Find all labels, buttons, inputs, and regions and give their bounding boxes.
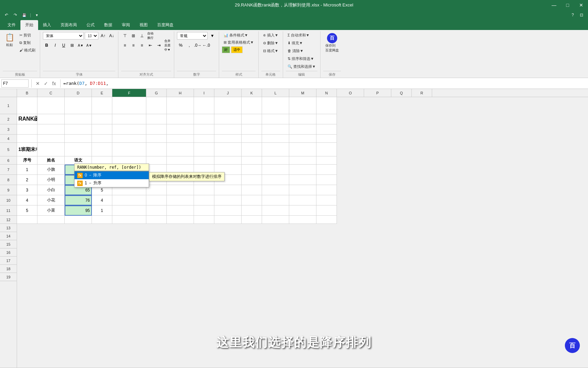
cell-M10[interactable]: [289, 195, 316, 205]
cell-M8[interactable]: [289, 175, 316, 185]
cell-J3[interactable]: [214, 124, 242, 135]
cell-D4[interactable]: [65, 135, 92, 143]
col-header-D[interactable]: D: [65, 89, 92, 97]
cell-K10[interactable]: [242, 195, 262, 205]
grid-area[interactable]: RANK函数，从理解到使用: [17, 97, 588, 368]
cell-B9[interactable]: 3: [17, 185, 37, 195]
cell-C4[interactable]: [37, 135, 65, 143]
cell-K4[interactable]: [242, 135, 262, 143]
cell-J10[interactable]: [214, 195, 242, 205]
row-header-14[interactable]: 14: [0, 232, 17, 240]
comma-button[interactable]: ,: [185, 42, 193, 49]
cut-button[interactable]: ✂ 剪切: [18, 32, 37, 39]
tab-view[interactable]: 视图: [135, 20, 152, 30]
col-header-F[interactable]: F: [112, 89, 146, 97]
undo-button[interactable]: ↶: [3, 11, 10, 19]
copy-button[interactable]: ⧉ 复制: [18, 40, 37, 46]
cell-I2[interactable]: [194, 114, 214, 124]
cell-L9[interactable]: [262, 185, 289, 195]
align-bottom-button[interactable]: ⊥: [138, 32, 146, 40]
cell-F3[interactable]: [112, 124, 146, 135]
col-header-J[interactable]: J: [214, 89, 242, 97]
row-header-16[interactable]: 16: [0, 248, 17, 257]
align-left-button[interactable]: ≡: [121, 42, 129, 49]
cell-B10[interactable]: 4: [17, 195, 37, 205]
cell-L11[interactable]: [262, 205, 289, 216]
style-good[interactable]: 好: [222, 46, 230, 53]
tab-insert[interactable]: 插入: [38, 20, 56, 30]
cell-L6[interactable]: [262, 156, 289, 165]
align-top-button[interactable]: ⊤: [121, 32, 129, 40]
cell-M6[interactable]: [289, 156, 316, 165]
cell-J9[interactable]: [214, 185, 242, 195]
cell-E11[interactable]: 1: [92, 205, 112, 216]
cell-H10[interactable]: [167, 195, 194, 205]
cell-E12[interactable]: [92, 216, 112, 224]
delete-cells-button[interactable]: ⊖ 删除▼: [261, 40, 280, 46]
save-button[interactable]: 💾: [20, 11, 28, 19]
cell-K2[interactable]: [242, 114, 262, 124]
cell-I12[interactable]: [194, 216, 214, 224]
col-header-Q[interactable]: Q: [391, 89, 412, 97]
cell-N1[interactable]: [316, 97, 337, 114]
cell-H9[interactable]: [167, 185, 194, 195]
cell-G3[interactable]: [146, 124, 167, 135]
confirm-formula-button[interactable]: ✓: [43, 81, 49, 86]
tab-formula[interactable]: 公式: [82, 20, 99, 30]
row-header-19[interactable]: 19: [0, 273, 17, 281]
maximize-button[interactable]: □: [561, 0, 574, 10]
autocomplete-item-0[interactable]: fx 0 － 降序: [75, 171, 149, 179]
cell-J12[interactable]: [214, 216, 242, 224]
cell-E4[interactable]: [92, 135, 112, 143]
name-box[interactable]: [1, 79, 29, 88]
cell-L2[interactable]: [262, 114, 289, 124]
cell-N6[interactable]: [316, 156, 337, 165]
cell-C1[interactable]: [37, 97, 65, 114]
cell-B2[interactable]: RANK函数，从理解到使用: [17, 114, 37, 124]
cell-L4[interactable]: [262, 135, 289, 143]
cell-F4[interactable]: [112, 135, 146, 143]
cell-E3[interactable]: [92, 124, 112, 135]
cell-H5[interactable]: [167, 143, 194, 156]
decrease-decimal-button[interactable]: ←.0: [202, 42, 210, 49]
col-header-H[interactable]: H: [167, 89, 194, 97]
find-select-button[interactable]: 🔍 查找和选择▼: [286, 63, 317, 70]
col-header-R[interactable]: R: [412, 89, 432, 97]
cell-C6[interactable]: 姓名: [37, 156, 65, 165]
tab-baidu[interactable]: 百度网盘: [152, 20, 178, 30]
cell-N2[interactable]: [316, 114, 337, 124]
cell-B3[interactable]: [17, 124, 37, 135]
cell-B7[interactable]: 1: [17, 165, 37, 175]
cell-H6[interactable]: [167, 156, 194, 165]
cell-K3[interactable]: [242, 124, 262, 135]
format-painter-button[interactable]: 🖌 格式刷: [18, 47, 37, 53]
cell-F2[interactable]: [112, 114, 146, 124]
row-header-3[interactable]: 3: [0, 124, 17, 135]
cell-I9[interactable]: [194, 185, 214, 195]
cell-C12[interactable]: [37, 216, 65, 224]
row-header-9[interactable]: 9: [0, 185, 17, 195]
cell-F11[interactable]: [112, 205, 146, 216]
cell-G2[interactable]: [146, 114, 167, 124]
cell-C10[interactable]: 小花: [37, 195, 65, 205]
bold-button[interactable]: B: [43, 42, 50, 49]
cell-C7[interactable]: 小旗: [37, 165, 65, 175]
cell-G1[interactable]: [146, 97, 167, 114]
cell-G12[interactable]: [146, 216, 167, 224]
cell-C2[interactable]: [37, 114, 65, 124]
increase-font-button[interactable]: A↑: [99, 32, 107, 40]
row-header-13[interactable]: 13: [0, 224, 17, 232]
qa-extra-button[interactable]: ▼: [33, 11, 40, 19]
cell-H2[interactable]: [167, 114, 194, 124]
cell-M1[interactable]: [289, 97, 316, 114]
cell-B8[interactable]: 2: [17, 175, 37, 185]
col-header-E[interactable]: E: [92, 89, 112, 97]
cell-J2[interactable]: [214, 114, 242, 124]
fill-button[interactable]: ⬇ 填充▼: [286, 40, 305, 46]
cell-M9[interactable]: [289, 185, 316, 195]
cell-N11[interactable]: [316, 205, 337, 216]
col-header-P[interactable]: P: [364, 89, 391, 97]
help-button[interactable]: ?: [569, 11, 576, 19]
increase-decimal-button[interactable]: .0→: [194, 42, 201, 49]
row-header-11[interactable]: 11: [0, 205, 17, 216]
